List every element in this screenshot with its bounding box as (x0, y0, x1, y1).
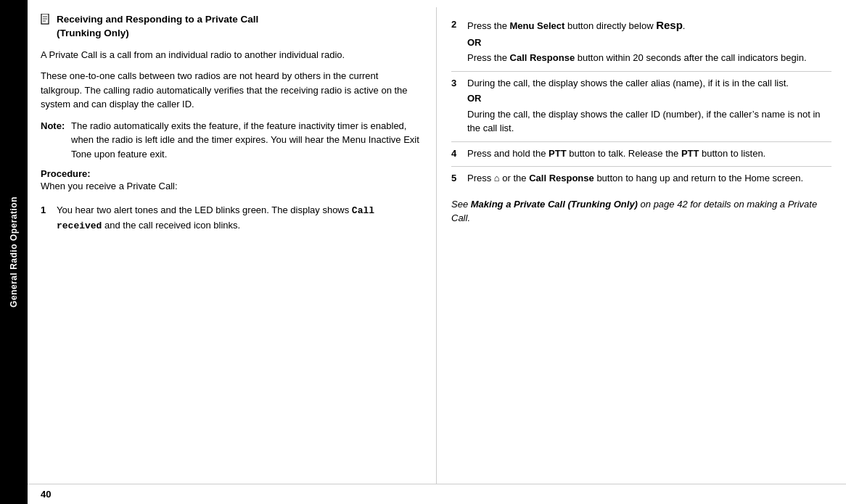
cross-ref-before: See (451, 199, 471, 210)
cross-ref-bold: Making a Private Call (Trunking Only) (471, 199, 638, 210)
heading-text: Receiving and Responding to a Private Ca… (57, 13, 258, 41)
step-content-4: Press and hold the PTT button to talk. R… (467, 146, 831, 161)
step-number-2: 2 (451, 17, 467, 32)
note-text: The radio automatically exits the featur… (71, 119, 422, 162)
menu-select-bold: Menu Select (510, 20, 565, 31)
step-or-3: OR (467, 91, 831, 106)
step-content-2: Press the Menu Select button directly be… (467, 17, 831, 65)
intro-para-1: A Private Call is a call from an individ… (41, 48, 422, 62)
intro-para-2: These one-to-one calls between two radio… (41, 69, 422, 112)
procedure-heading: Procedure: (41, 168, 422, 179)
cross-ref: See Making a Private Call (Trunking Only… (451, 197, 831, 226)
document-icon (41, 14, 52, 25)
step-item-3: 3 During the call, the display shows the… (451, 72, 831, 142)
columns: Receiving and Responding to a Private Ca… (28, 0, 846, 484)
resp-bold: Resp (656, 19, 683, 31)
note-block: Note: The radio automatically exits the … (41, 119, 422, 162)
main-content: Receiving and Responding to a Private Ca… (28, 0, 846, 504)
ptt-bold-1: PTT (549, 148, 567, 159)
sidebar-label: General Radio Operation (9, 197, 19, 307)
step-item-4: 4 Press and hold the PTT button to talk.… (451, 142, 831, 168)
call-response-bold-5: Call Response (529, 173, 594, 183)
procedure-intro: When you receive a Private Call: (41, 181, 422, 191)
page-number: 40 (41, 489, 51, 500)
step-number-5: 5 (451, 171, 467, 186)
step-item-5: 5 Press ⌂ or the Call Response button to… (451, 167, 831, 191)
right-column: 2 Press the Menu Select button directly … (437, 7, 846, 484)
page-footer: 40 (28, 484, 846, 504)
home-icon: ⌂ (494, 173, 500, 183)
section-heading: Receiving and Responding to a Private Ca… (41, 13, 422, 41)
call-received-text: Call received (57, 205, 374, 231)
step-number-3: 3 (451, 76, 467, 91)
step-content-5: Press ⌂ or the Call Response button to h… (467, 171, 831, 186)
step-or-2: OR (467, 36, 831, 50)
step-number-1: 1 (41, 203, 57, 218)
step-item-1: 1 You hear two alert tones and the LED b… (41, 199, 422, 239)
left-step-list: 1 You hear two alert tones and the LED b… (41, 199, 422, 239)
step-content-1: You hear two alert tones and the LED bli… (57, 203, 422, 233)
ptt-bold-2: PTT (681, 148, 699, 159)
step-number-4: 4 (451, 146, 467, 161)
left-column: Receiving and Responding to a Private Ca… (28, 7, 437, 484)
step-content-3: During the call, the display shows the c… (467, 76, 831, 136)
call-response-bold-2: Call Response (510, 52, 575, 63)
right-step-list: 2 Press the Menu Select button directly … (451, 13, 831, 191)
note-label: Note: (41, 119, 71, 133)
step-item-2: 2 Press the Menu Select button directly … (451, 13, 831, 72)
sidebar: General Radio Operation (0, 0, 28, 504)
